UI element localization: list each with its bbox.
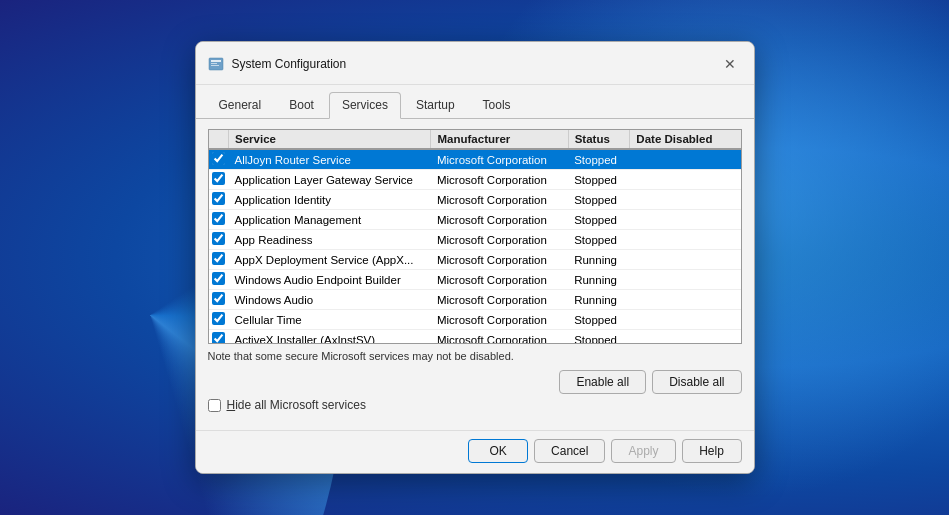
row-checkbox-cell (209, 190, 229, 210)
table-row[interactable]: App ReadinessMicrosoft CorporationStoppe… (209, 230, 741, 250)
tab-startup[interactable]: Startup (403, 92, 468, 119)
service-checkbox[interactable] (212, 192, 225, 205)
row-checkbox-cell (209, 270, 229, 290)
titlebar: System Configuration ✕ (196, 42, 754, 85)
service-checkbox[interactable] (212, 292, 225, 305)
service-checkbox[interactable] (212, 152, 225, 165)
service-name: AppX Deployment Service (AppX... (229, 250, 431, 270)
services-table-container[interactable]: Service Manufacturer Status Date Disable… (208, 129, 742, 344)
tab-bar: General Boot Services Startup Tools (196, 85, 754, 119)
disable-all-button[interactable]: Disable all (652, 370, 741, 394)
svg-rect-1 (211, 60, 221, 62)
service-manufacturer: Microsoft Corporation (431, 310, 568, 330)
svg-rect-2 (211, 63, 217, 64)
note-text: Note that some secure Microsoft services… (208, 344, 742, 366)
service-manufacturer: Microsoft Corporation (431, 210, 568, 230)
dialog-title: System Configuration (232, 57, 718, 71)
table-row[interactable]: AppX Deployment Service (AppX...Microsof… (209, 250, 741, 270)
tab-services[interactable]: Services (329, 92, 401, 119)
service-checkbox[interactable] (212, 272, 225, 285)
services-content: Service Manufacturer Status Date Disable… (196, 119, 754, 430)
service-date (630, 290, 741, 310)
svg-rect-3 (211, 65, 219, 66)
col-header-service[interactable]: Service (229, 130, 431, 149)
table-row[interactable]: Application ManagementMicrosoft Corporat… (209, 210, 741, 230)
service-checkbox[interactable] (212, 312, 225, 325)
service-manufacturer: Microsoft Corporation (431, 330, 568, 345)
service-date (630, 270, 741, 290)
service-checkbox[interactable] (212, 252, 225, 265)
enable-all-button[interactable]: Enable all (559, 370, 646, 394)
service-manufacturer: Microsoft Corporation (431, 170, 568, 190)
service-status: Running (568, 250, 630, 270)
service-status: Running (568, 270, 630, 290)
service-status: Stopped (568, 330, 630, 345)
service-status: Stopped (568, 149, 630, 170)
service-status: Stopped (568, 230, 630, 250)
service-date (630, 230, 741, 250)
service-name: ActiveX Installer (AxInstSV) (229, 330, 431, 345)
table-row[interactable]: Windows Audio Endpoint BuilderMicrosoft … (209, 270, 741, 290)
table-row[interactable]: Cellular TimeMicrosoft CorporationStoppe… (209, 310, 741, 330)
row-checkbox-cell (209, 330, 229, 345)
table-row[interactable]: AllJoyn Router ServiceMicrosoft Corporat… (209, 149, 741, 170)
service-date (630, 210, 741, 230)
service-manufacturer: Microsoft Corporation (431, 230, 568, 250)
help-button[interactable]: Help (682, 439, 742, 463)
service-name: Windows Audio Endpoint Builder (229, 270, 431, 290)
service-manufacturer: Microsoft Corporation (431, 190, 568, 210)
services-table: Service Manufacturer Status Date Disable… (209, 130, 741, 344)
service-date (630, 170, 741, 190)
close-button[interactable]: ✕ (718, 52, 742, 76)
service-status: Stopped (568, 170, 630, 190)
service-checkbox[interactable] (212, 212, 225, 225)
service-name: App Readiness (229, 230, 431, 250)
service-date (630, 330, 741, 345)
cancel-button[interactable]: Cancel (534, 439, 605, 463)
ok-button[interactable]: OK (468, 439, 528, 463)
service-checkbox[interactable] (212, 172, 225, 185)
service-name: Application Management (229, 210, 431, 230)
dialog-overlay: System Configuration ✕ General Boot Serv… (0, 0, 949, 515)
table-row[interactable]: Application IdentityMicrosoft Corporatio… (209, 190, 741, 210)
table-row[interactable]: Windows AudioMicrosoft CorporationRunnin… (209, 290, 741, 310)
hide-ms-row: Hide all Microsoft services (208, 398, 742, 412)
hide-ms-checkbox[interactable] (208, 399, 221, 412)
service-name: Cellular Time (229, 310, 431, 330)
service-name: Windows Audio (229, 290, 431, 310)
service-manufacturer: Microsoft Corporation (431, 149, 568, 170)
row-checkbox-cell (209, 210, 229, 230)
hide-ms-label[interactable]: Hide all Microsoft services (227, 398, 366, 412)
enable-disable-row: Enable all Disable all (208, 370, 742, 394)
col-header-check (209, 130, 229, 149)
service-status: Stopped (568, 190, 630, 210)
row-checkbox-cell (209, 230, 229, 250)
col-header-manufacturer[interactable]: Manufacturer (431, 130, 568, 149)
service-date (630, 250, 741, 270)
service-manufacturer: Microsoft Corporation (431, 250, 568, 270)
tab-tools[interactable]: Tools (470, 92, 524, 119)
service-checkbox[interactable] (212, 232, 225, 245)
row-checkbox-cell (209, 290, 229, 310)
table-row[interactable]: Application Layer Gateway ServiceMicroso… (209, 170, 741, 190)
service-name: Application Identity (229, 190, 431, 210)
row-checkbox-cell (209, 170, 229, 190)
ok-cancel-row: OK Cancel Apply Help (196, 430, 754, 473)
apply-button[interactable]: Apply (611, 439, 675, 463)
system-config-icon (208, 56, 224, 72)
service-name: Application Layer Gateway Service (229, 170, 431, 190)
table-header-row: Service Manufacturer Status Date Disable… (209, 130, 741, 149)
row-checkbox-cell (209, 149, 229, 170)
service-status: Stopped (568, 310, 630, 330)
table-row[interactable]: ActiveX Installer (AxInstSV)Microsoft Co… (209, 330, 741, 345)
col-header-status[interactable]: Status (568, 130, 630, 149)
service-manufacturer: Microsoft Corporation (431, 290, 568, 310)
service-manufacturer: Microsoft Corporation (431, 270, 568, 290)
system-config-dialog: System Configuration ✕ General Boot Serv… (195, 41, 755, 474)
tab-boot[interactable]: Boot (276, 92, 327, 119)
col-header-date[interactable]: Date Disabled (630, 130, 741, 149)
row-checkbox-cell (209, 310, 229, 330)
row-checkbox-cell (209, 250, 229, 270)
tab-general[interactable]: General (206, 92, 275, 119)
service-checkbox[interactable] (212, 332, 225, 344)
